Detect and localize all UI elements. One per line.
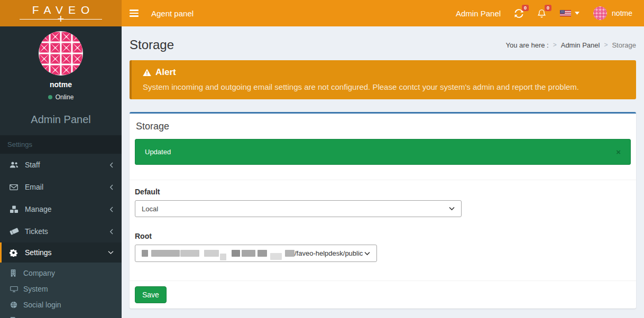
- email-config-alert: Alert System incoming and outgoing email…: [130, 60, 636, 99]
- online-status-dot: [48, 95, 52, 99]
- sidebar-toggle-button[interactable]: [122, 0, 146, 26]
- breadcrumb: You are here : > Admin Panel > Storage: [506, 41, 637, 49]
- sidebar-item-label: Manage: [25, 205, 52, 213]
- globe-icon: [10, 301, 19, 308]
- sidebar-item-label: Email: [25, 183, 43, 191]
- sidebar-subitem-system[interactable]: System: [0, 281, 122, 297]
- root-path-redacted: [142, 250, 295, 257]
- navbar-username: notme: [612, 9, 632, 17]
- warning-icon: [143, 69, 151, 76]
- agent-panel-link[interactable]: Agent panel: [146, 9, 199, 18]
- sidebar-item-tickets[interactable]: Tickets: [0, 220, 122, 242]
- sidebar-item-email[interactable]: Email: [0, 176, 122, 198]
- save-button[interactable]: Save: [135, 286, 167, 303]
- sidebar-section-header: Settings: [0, 135, 122, 154]
- close-icon[interactable]: ×: [616, 148, 621, 156]
- cubes-icon: [10, 205, 20, 213]
- caret-down-icon: [575, 12, 579, 15]
- sidebar-subitem-company[interactable]: Company: [0, 265, 122, 281]
- chevron-down-icon: [108, 250, 114, 255]
- root-path-select[interactable]: /faveo-helpdesk/public: [135, 245, 377, 262]
- page-title: Storage: [130, 38, 174, 52]
- chevron-left-icon: [109, 229, 114, 235]
- sidebar-item-label: Tickets: [25, 227, 48, 236]
- breadcrumb-separator: >: [553, 41, 557, 49]
- notifications-button[interactable]: 0: [537, 9, 546, 18]
- alert-message: System incoming and outgoing email setti…: [143, 82, 625, 91]
- breadcrumb-admin-panel[interactable]: Admin Panel: [561, 41, 600, 49]
- alert-title: Alert: [155, 67, 176, 78]
- faveo-logo-plus: +: [57, 13, 66, 25]
- faveo-logo-underline: +: [20, 16, 102, 23]
- sidebar-item-label: Settings: [25, 248, 52, 257]
- default-label: Default: [135, 188, 631, 196]
- content-header: Storage You are here : > Admin Panel > S…: [130, 26, 636, 60]
- sidebar-subitem-label: Social login: [23, 301, 61, 309]
- sidebar: notme Online Admin Panel Settings Staff …: [0, 26, 122, 318]
- language-dropdown[interactable]: [560, 10, 579, 16]
- avatar: [39, 31, 83, 76]
- storage-form: Default Local Root: [130, 180, 636, 262]
- desktop-icon: [10, 286, 19, 293]
- user-menu[interactable]: notme: [593, 6, 632, 20]
- sidebar-username: notme: [0, 80, 122, 89]
- building-icon: [10, 269, 19, 277]
- sidebar-subitem-social-login[interactable]: Social login: [0, 297, 122, 313]
- success-message: Updated: [145, 148, 171, 156]
- sidebar-subitem-label: System: [23, 285, 48, 293]
- faveo-logo[interactable]: FAVEO +: [0, 0, 122, 26]
- sidebar-panel-title: Admin Panel: [0, 101, 122, 135]
- breadcrumb-storage: Storage: [612, 41, 636, 49]
- chevron-left-icon: [109, 184, 114, 190]
- envelope-icon: [10, 184, 20, 191]
- users-icon: [10, 161, 20, 169]
- root-selected-value: /faveo-helpdesk/public: [295, 249, 363, 257]
- main-content: Storage You are here : > Admin Panel > S…: [122, 26, 644, 318]
- online-status-label: Online: [56, 93, 74, 101]
- navbar: Agent panel Admin Panel 0 0: [122, 0, 644, 26]
- default-selected-value: Local: [142, 205, 158, 213]
- ticket-icon: [10, 228, 20, 235]
- gear-icon: [10, 249, 20, 257]
- refresh-button[interactable]: 0: [514, 9, 523, 18]
- chevron-down-icon: [364, 251, 370, 256]
- sidebar-item-label: Staff: [25, 161, 40, 169]
- root-field-group: Root: [135, 232, 631, 262]
- updated-success-alert: Updated ×: [135, 139, 631, 165]
- sidebar-item-staff[interactable]: Staff: [0, 154, 122, 176]
- breadcrumb-prefix: You are here :: [506, 41, 549, 49]
- chevron-left-icon: [109, 207, 114, 212]
- top-navbar: FAVEO + Agent panel Admin Panel 0: [0, 0, 644, 26]
- chevron-down-icon: [449, 207, 455, 211]
- sidebar-subitem-label: Company: [23, 269, 55, 277]
- alert-title-row: Alert: [143, 67, 625, 78]
- root-label: Root: [135, 232, 631, 240]
- avatar: [593, 6, 607, 20]
- sidebar-item-settings[interactable]: Settings: [0, 242, 122, 263]
- user-status: Online: [0, 93, 122, 101]
- card-footer: Save: [130, 280, 636, 308]
- default-field-group: Default Local: [135, 188, 631, 217]
- settings-submenu: Company System Social login Language: [0, 263, 122, 318]
- admin-panel-link[interactable]: Admin Panel: [456, 9, 501, 18]
- storage-card: Storage Updated × Default Local Root: [130, 112, 636, 308]
- faveo-admin-app: FAVEO + Agent panel Admin Panel 0: [0, 0, 644, 318]
- breadcrumb-separator: >: [604, 41, 608, 49]
- notifications-count-badge: 0: [545, 5, 551, 11]
- sidebar-user-panel: notme Online: [0, 26, 122, 101]
- card-title: Storage: [130, 114, 636, 139]
- sidebar-item-manage[interactable]: Manage: [0, 198, 122, 220]
- refresh-count-badge: 0: [522, 5, 529, 11]
- navbar-right: Admin Panel 0 0: [456, 6, 644, 20]
- us-flag-icon: [560, 10, 571, 16]
- default-storage-select[interactable]: Local: [135, 200, 462, 217]
- sidebar-subitem-language[interactable]: Language: [0, 313, 122, 318]
- chevron-left-icon: [109, 162, 114, 168]
